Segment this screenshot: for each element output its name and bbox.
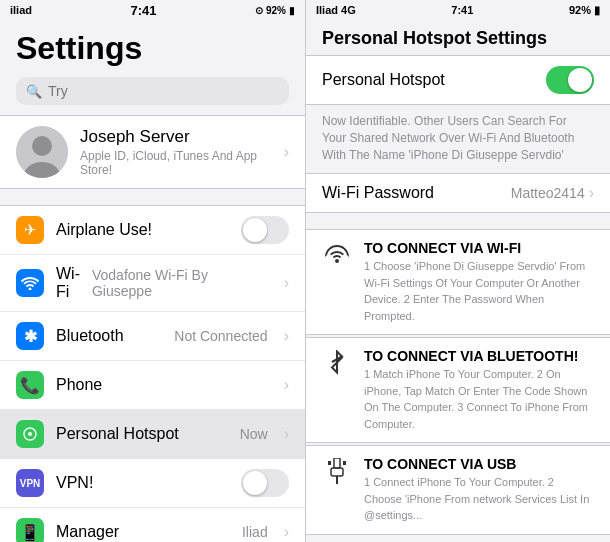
connect-wifi-title: TO CONNECT VIA WI-FI [364,240,594,256]
hotspot-main-label: Personal Hotspot [322,71,546,89]
wifi-value: Vodafone Wi-Fi By Giuseppe [92,267,268,299]
phone-label: Phone [56,376,272,394]
bluetooth-chevron: › [284,327,289,345]
settings-group: ✈ Airplane Use! Wi-Fi Vodafone Wi-Fi By … [0,205,305,542]
hotspot-value: Now [240,426,268,442]
manager-icon: 📱 [16,518,44,542]
connect-bt-title: TO CONNECT VIA BLUETOOTH! [364,348,594,364]
left-carrier: iliad [10,4,32,16]
profile-chevron: › [284,143,289,161]
bluetooth-label: Bluetooth [56,327,162,345]
vpn-icon: VPN [16,469,44,497]
connect-usb-row: TO CONNECT VIA USB 1 Connect iPhone To Y… [306,445,610,535]
connect-wifi-row: TO CONNECT VIA WI-FI 1 Choose 'iPhone Di… [306,229,610,335]
left-time: 7:41 [130,3,156,18]
wifi-password-row[interactable]: Wi-Fi Password Matteo2414 › [306,173,610,213]
row-airplane[interactable]: ✈ Airplane Use! [0,206,305,255]
connect-bt-text: TO CONNECT VIA BLUETOOTH! 1 Match iPhone… [364,348,594,432]
connect-usb-title: TO CONNECT VIA USB [364,456,594,472]
hotspot-main-row[interactable]: Personal Hotspot [306,55,610,105]
search-input[interactable] [48,83,279,99]
avatar [16,126,68,178]
right-time: 7:41 [451,4,473,16]
manager-value: Iliad [242,524,268,540]
airplane-toggle-thumb [243,218,267,242]
hotspot-desc: Now Identifiable. Other Users Can Search… [306,109,610,173]
connect-usb-text: TO CONNECT VIA USB 1 Connect iPhone To Y… [364,456,594,524]
profile-row[interactable]: Joseph Server Apple ID, iCloud, iTunes A… [0,115,305,189]
hotspot-icon [16,420,44,448]
left-scrollable: Settings 🔍 Joseph Server Apple ID, iClou… [0,20,305,542]
hotspot-label: Personal Hotspot [56,425,228,443]
right-carrier: Iliad 4G [316,4,356,16]
wifi-chevron: › [284,274,289,292]
svg-rect-4 [334,458,340,468]
row-hotspot[interactable]: Personal Hotspot Now › [0,410,305,459]
left-panel: iliad 7:41 ⊙ 92% ▮ Settings 🔍 J [0,0,305,542]
manager-label: Manager [56,523,230,541]
connect-bt-icon [322,348,352,378]
vpn-label: VPN! [56,474,229,492]
svg-point-3 [28,432,32,436]
bluetooth-value: Not Connected [174,328,267,344]
row-phone[interactable]: 📞 Phone › [0,361,305,410]
right-panel: Iliad 4G 7:41 92% ▮ Personal Hotspot Set… [305,0,610,542]
profile-sub: Apple ID, iCloud, iTunes And App Store! [80,149,272,177]
connect-wifi-text: TO CONNECT VIA WI-FI 1 Choose 'iPhone Di… [364,240,594,324]
left-status-bar: iliad 7:41 ⊙ 92% ▮ [0,0,305,20]
airplane-label: Airplane Use! [56,221,229,239]
phone-chevron: › [284,376,289,394]
svg-rect-7 [328,461,331,465]
wifi-label: Wi-Fi [56,265,80,301]
right-scrollable: Personal Hotspot Now Identifiable. Other… [306,55,610,542]
svg-rect-5 [331,468,343,476]
wifi-pw-value: Matteo2414 [511,185,585,201]
airplane-icon: ✈ [16,216,44,244]
hotspot-toggle-thumb [568,68,592,92]
connect-bt-row: TO CONNECT VIA BLUETOOTH! 1 Match iPhone… [306,337,610,443]
connect-wifi-steps: 1 Choose 'iPhone Di Giuseppe Servdio' Fr… [364,258,594,324]
phone-icon: 📞 [16,371,44,399]
wifi-pw-label: Wi-Fi Password [322,184,511,202]
connect-usb-steps: 1 Connect iPhone To Your Computer. 2 Cho… [364,474,594,524]
right-status-bar: Iliad 4G 7:41 92% ▮ [306,0,610,20]
hotspot-main-toggle[interactable] [546,66,594,94]
profile-info: Joseph Server Apple ID, iCloud, iTunes A… [80,127,272,177]
connect-bt-steps: 1 Match iPhone To Your Computer. 2 On iP… [364,366,594,432]
settings-title: Settings [0,20,305,73]
right-header: Personal Hotspot Settings [306,20,610,55]
connect-wifi-icon [322,240,352,270]
row-bluetooth[interactable]: ✱ Bluetooth Not Connected › [0,312,305,361]
hotspot-chevron: › [284,425,289,443]
svg-rect-8 [343,461,346,465]
row-vpn[interactable]: VPN VPN! [0,459,305,508]
vpn-toggle[interactable] [241,469,289,497]
vpn-toggle-thumb [243,471,267,495]
search-bar: 🔍 [16,77,289,105]
airplane-toggle[interactable] [241,216,289,244]
manager-chevron: › [284,523,289,541]
svg-point-1 [32,136,52,156]
search-icon: 🔍 [26,84,42,99]
right-battery: 92% ▮ [569,4,600,17]
profile-name: Joseph Server [80,127,272,147]
bluetooth-icon: ✱ [16,322,44,350]
wifi-pw-chevron: › [589,184,594,202]
wifi-icon [16,269,44,297]
row-manager[interactable]: 📱 Manager Iliad › [0,508,305,542]
left-battery: ⊙ 92% ▮ [255,5,295,16]
row-wifi[interactable]: Wi-Fi Vodafone Wi-Fi By Giuseppe › [0,255,305,312]
connect-usb-icon [322,456,352,486]
